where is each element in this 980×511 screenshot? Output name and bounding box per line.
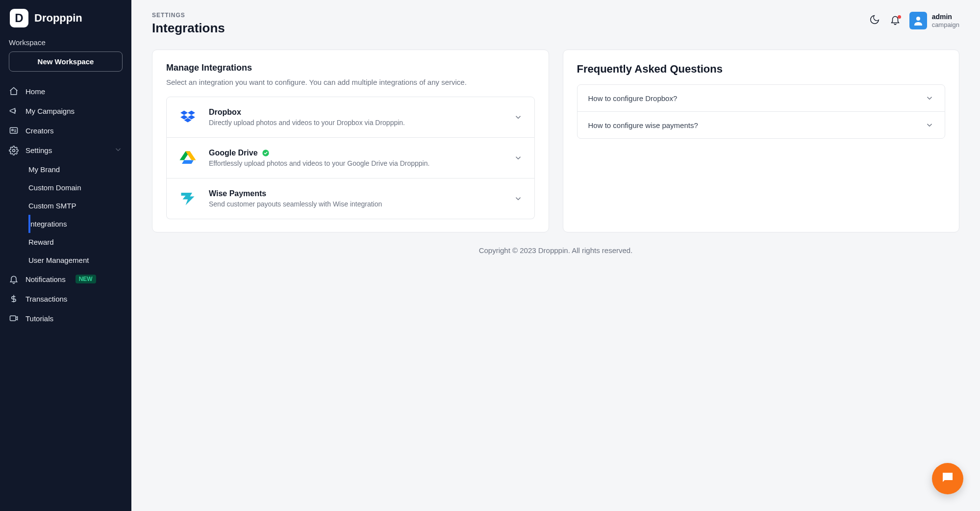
integration-item-dropbox[interactable]: Dropbox Directly upload photos and video… [166, 97, 535, 138]
sidebar-item-label: Transactions [25, 295, 67, 303]
id-card-icon [9, 126, 19, 135]
integration-item-wise[interactable]: Wise Payments Send customer payouts seam… [166, 179, 535, 219]
chevron-down-icon [514, 153, 523, 162]
svg-point-4 [916, 17, 920, 21]
topbar: SETTINGS Integrations admin campaign [131, 0, 980, 42]
new-badge: NEW [75, 275, 96, 283]
sidebar-item-label: Tutorials [25, 314, 53, 323]
faq-list: How to configure Dropbox? How to configu… [577, 84, 946, 139]
sidebar-item-creators[interactable]: Creators [0, 121, 131, 140]
sidebar-item-label: My Campaigns [25, 107, 75, 115]
svg-marker-10 [182, 160, 194, 164]
sidebar-item-custom-domain[interactable]: Custom Domain [28, 179, 131, 197]
sidebar-item-label: Custom Domain [28, 183, 81, 192]
chat-icon [940, 470, 955, 487]
sidebar-item-integrations[interactable]: Integrations [28, 215, 131, 233]
chat-fab[interactable] [932, 463, 963, 494]
brand-name: Dropppin [34, 12, 82, 25]
dropbox-icon [178, 108, 197, 127]
svg-rect-3 [10, 316, 16, 321]
faq-question: How to configure wise payments? [588, 121, 698, 129]
sidebar-item-label: My Brand [28, 165, 60, 174]
new-workspace-button[interactable]: New Workspace [9, 51, 123, 72]
sidebar-item-label: User Management [28, 256, 89, 264]
svg-marker-6 [188, 110, 195, 115]
gear-icon [9, 146, 19, 155]
faq-question: How to configure Dropbox? [588, 94, 678, 102]
integration-desc: Send customer payouts seamlessly with Wi… [209, 200, 502, 208]
brand-logo-icon: D [10, 9, 28, 27]
video-icon [9, 313, 19, 323]
notifications-button[interactable] [889, 14, 902, 27]
megaphone-icon [9, 106, 19, 116]
sidebar-item-label: Home [25, 87, 45, 96]
svg-rect-0 [10, 128, 18, 133]
user-menu[interactable]: admin campaign [909, 12, 959, 29]
sidebar-item-home[interactable]: Home [0, 81, 131, 101]
sidebar-item-notifications[interactable]: Notifications NEW [0, 269, 131, 289]
footer-copyright: Copyright © 2023 Dropppin. All rights re… [152, 232, 959, 262]
wise-icon [178, 189, 197, 208]
home-icon [9, 86, 19, 96]
sidebar-item-label: Creators [25, 127, 54, 135]
sidebar: D Dropppin Workspace New Workspace Home … [0, 0, 131, 511]
faq-item-wise[interactable]: How to configure wise payments? [578, 111, 945, 138]
svg-point-1 [12, 129, 13, 131]
integration-item-google-drive[interactable]: Google Drive Effortlessly upload photos … [166, 138, 535, 179]
sidebar-item-label: Reward [28, 238, 54, 246]
brand[interactable]: D Dropppin [0, 0, 131, 35]
sidebar-item-transactions[interactable]: Transactions [0, 289, 131, 308]
sidebar-item-label: Integrations [28, 220, 67, 228]
notification-dot-icon [898, 15, 901, 19]
breadcrumb: SETTINGS [152, 12, 225, 19]
integration-name: Dropbox [209, 108, 241, 117]
google-drive-icon [178, 149, 197, 167]
avatar-icon [909, 12, 927, 29]
chevron-down-icon [514, 113, 523, 122]
sidebar-nav: Home My Campaigns Creators Settings My B… [0, 78, 131, 328]
svg-marker-12 [186, 151, 196, 160]
dollar-icon [9, 294, 19, 304]
sidebar-item-custom-smtp[interactable]: Custom SMTP [28, 197, 131, 215]
integration-desc: Effortlessly upload photos and videos to… [209, 159, 502, 167]
faq-item-dropbox[interactable]: How to configure Dropbox? [578, 85, 945, 111]
user-name: admin [932, 13, 959, 21]
sidebar-item-label: Notifications [25, 275, 66, 283]
workspace-label: Workspace [0, 35, 131, 51]
svg-point-2 [13, 149, 15, 152]
chevron-down-icon [114, 145, 123, 155]
sidebar-item-tutorials[interactable]: Tutorials [0, 308, 131, 328]
svg-marker-5 [180, 110, 188, 115]
manage-subtitle: Select an integration you want to config… [166, 77, 535, 88]
theme-toggle[interactable] [868, 14, 881, 27]
chevron-down-icon [925, 94, 934, 102]
chevron-down-icon [514, 194, 523, 203]
integration-list: Dropbox Directly upload photos and video… [166, 97, 535, 219]
sidebar-item-my-brand[interactable]: My Brand [28, 160, 131, 179]
main: SETTINGS Integrations admin campaign [131, 0, 980, 511]
chevron-down-icon [925, 121, 934, 129]
sidebar-item-user-management[interactable]: User Management [28, 251, 131, 269]
faq-title: Frequently Asked Questions [577, 63, 946, 76]
integration-name: Wise Payments [209, 189, 266, 198]
faq-card: Frequently Asked Questions How to config… [563, 50, 960, 232]
sidebar-item-settings[interactable]: Settings [0, 140, 131, 160]
verified-badge-icon [262, 149, 270, 157]
bell-icon [9, 274, 19, 284]
page-title: Integrations [152, 21, 225, 36]
sidebar-item-reward[interactable]: Reward [28, 233, 131, 251]
sidebar-item-label: Custom SMTP [28, 202, 76, 210]
sidebar-item-label: Settings [25, 146, 52, 154]
integration-name: Google Drive [209, 149, 258, 157]
manage-integrations-card: Manage Integrations Select an integratio… [152, 50, 549, 232]
sidebar-item-campaigns[interactable]: My Campaigns [0, 101, 131, 121]
integration-desc: Directly upload photos and videos to you… [209, 119, 502, 127]
moon-icon [869, 14, 880, 27]
settings-submenu: My Brand Custom Domain Custom SMTP Integ… [0, 160, 131, 269]
user-role: campaign [932, 21, 959, 29]
manage-title: Manage Integrations [166, 63, 535, 73]
